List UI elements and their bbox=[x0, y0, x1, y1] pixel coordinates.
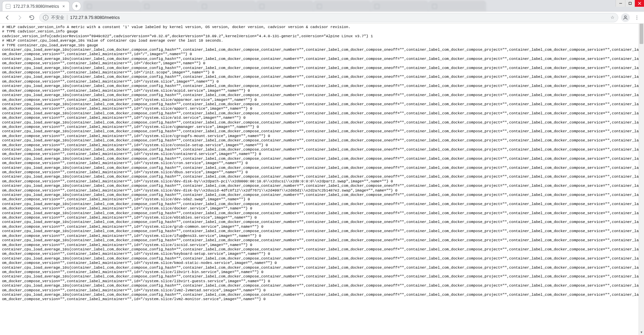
tab-title bbox=[382, 4, 425, 9]
browser-toolbar: i 不安全 172.27.9.75:8080/metrics ☆ bbox=[0, 12, 644, 24]
tab-title bbox=[440, 4, 482, 9]
tab-favicon-icon bbox=[375, 4, 379, 9]
profile-button[interactable] bbox=[621, 13, 630, 22]
window-close-button[interactable] bbox=[635, 0, 644, 7]
svg-rect-1 bbox=[629, 2, 631, 5]
window-minimize-button[interactable] bbox=[616, 0, 625, 7]
browser-tab-background[interactable] bbox=[313, 1, 371, 11]
arrow-right-icon bbox=[17, 15, 23, 21]
tab-title bbox=[267, 4, 310, 9]
scroll-down-button[interactable]: ▼ bbox=[639, 330, 644, 335]
svg-point-4 bbox=[624, 16, 626, 17]
tab-title bbox=[325, 4, 367, 9]
tab-favicon-icon bbox=[260, 4, 264, 9]
tab-favicon-icon bbox=[87, 4, 92, 9]
tab-favicon-icon bbox=[432, 4, 437, 9]
insecure-label: 不安全 bbox=[51, 15, 64, 21]
tab-close-button[interactable]: × bbox=[61, 4, 66, 9]
user-icon bbox=[623, 15, 628, 20]
browser-menu-button[interactable] bbox=[632, 13, 641, 22]
reload-icon bbox=[29, 15, 35, 21]
tab-favicon-icon bbox=[145, 4, 149, 9]
tab-title bbox=[209, 4, 252, 9]
tab-title bbox=[94, 4, 137, 9]
browser-tab-background[interactable] bbox=[428, 1, 486, 11]
window-caption bbox=[616, 0, 644, 7]
forward-button[interactable] bbox=[15, 13, 24, 22]
browser-tab-background[interactable] bbox=[83, 1, 141, 11]
browser-tabstrip: ⋯ 172.27.9.75:8080/metrics × + bbox=[0, 0, 644, 12]
metrics-output: # HELP cadvisor_version_info A metric wi… bbox=[0, 24, 644, 303]
omnibox-divider bbox=[67, 15, 67, 20]
scrollbar-thumb[interactable] bbox=[640, 24, 643, 44]
arrow-left-icon bbox=[4, 15, 10, 21]
bookmark-star-icon[interactable]: ☆ bbox=[610, 15, 615, 20]
svg-point-6 bbox=[637, 17, 637, 18]
kebab-menu-icon bbox=[634, 15, 640, 20]
new-tab-button[interactable]: + bbox=[72, 1, 81, 11]
svg-point-7 bbox=[637, 19, 637, 19]
tab-title: 172.27.9.75:8080/metrics bbox=[13, 4, 61, 9]
browser-tab-background[interactable] bbox=[198, 1, 256, 11]
site-info-icon[interactable]: i bbox=[43, 15, 48, 20]
tab-title bbox=[152, 4, 195, 9]
browser-tab-background[interactable] bbox=[256, 1, 313, 11]
vertical-scrollbar[interactable]: ▲ ▼ bbox=[639, 24, 644, 335]
tab-favicon-icon: ⋯ bbox=[6, 4, 10, 9]
url-text: 172.27.9.75:8080/metrics bbox=[70, 15, 608, 20]
page-viewport: # HELP cadvisor_version_info A metric wi… bbox=[0, 24, 644, 335]
address-bar[interactable]: i 不安全 172.27.9.75:8080/metrics ☆ bbox=[39, 13, 618, 22]
back-button[interactable] bbox=[3, 13, 12, 22]
reload-button[interactable] bbox=[27, 13, 37, 22]
svg-point-5 bbox=[637, 16, 637, 16]
browser-tab-background[interactable] bbox=[371, 1, 428, 11]
browser-tab-active[interactable]: ⋯ 172.27.9.75:8080/metrics × bbox=[2, 1, 70, 11]
window-maximize-button[interactable] bbox=[625, 0, 635, 7]
browser-tab-background[interactable] bbox=[141, 1, 198, 11]
tab-favicon-icon bbox=[202, 4, 207, 9]
tab-favicon-icon bbox=[317, 4, 322, 9]
